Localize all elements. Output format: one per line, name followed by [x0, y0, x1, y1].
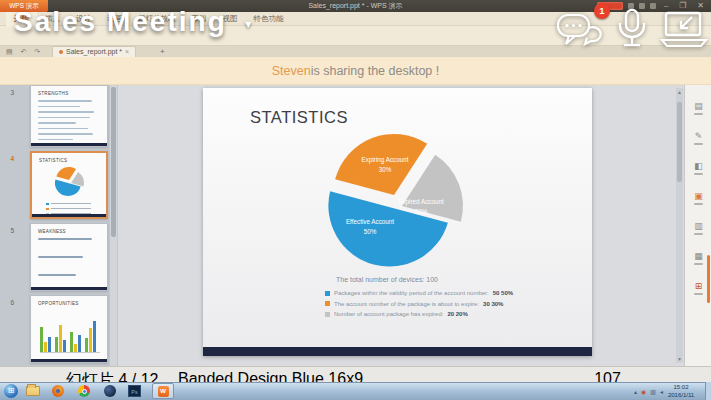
legend-row: The account number of the package is abo… [325, 299, 513, 310]
legend-text: The account number of the package is abo… [334, 301, 479, 307]
legend-swatch [325, 291, 330, 296]
sidebar-animation-button[interactable]: ▣ [685, 183, 711, 213]
microphone-icon [617, 8, 647, 50]
thumbnail-title: WEAKNESS [38, 229, 66, 234]
share-screen-icon [660, 10, 708, 48]
thumbnail-number: 5 [2, 227, 14, 234]
sharing-banner: Steven is sharing the desktop ! [0, 57, 711, 85]
chevron-down-icon[interactable]: ▼ [243, 18, 256, 30]
legend-value: 20 20% [447, 311, 467, 317]
thumbnail-title: STATISTICS [39, 158, 67, 163]
notification-badge: 1 [594, 3, 610, 19]
show-desktop-button[interactable] [705, 382, 711, 400]
panel-scrollbar[interactable] [110, 85, 117, 366]
start-button[interactable]: ⊞ [4, 384, 18, 398]
meeting-title: Sales Meeting [14, 6, 227, 38]
legend-swatch [325, 301, 330, 306]
legend-value: 50 50% [493, 290, 513, 296]
shared-desktop-screen: Sales_report.ppt * - WPS 演示 WPS 演示 – ❐ ✕… [0, 0, 711, 400]
thumbnail-title: STRENGTHS [38, 91, 68, 96]
right-sidebar: ▤ ✎ ◧ ▣ ▥ ▦ ⊞ [684, 85, 711, 366]
system-tray[interactable]: ▴ ◉ ▥ ◂ [634, 384, 663, 398]
slide-bottom-band [203, 347, 592, 356]
unsaved-dot [59, 50, 63, 54]
slide-title: STATISTICS [250, 108, 348, 127]
legend-row: Number of account package has expired:20… [325, 309, 513, 320]
slide-thumbnail-strengths[interactable]: STRENGTHS [30, 85, 108, 147]
slide: STATISTICS Expiring Account30%Expired Ac… [203, 88, 592, 356]
pie-slice-expiring-account [56, 167, 76, 180]
thumbnail-number: 3 [2, 89, 14, 96]
quick-access-icons[interactable]: ▤ ↶ ↷ [6, 46, 43, 57]
slide-thumbnail-opportunities[interactable]: OPPORTUNITIES [30, 295, 108, 363]
network-icon[interactable]: ▥ [650, 388, 656, 395]
thumbnail-pie-chart [49, 166, 89, 200]
legend-swatch [325, 312, 330, 317]
sidebar-active-indicator [707, 255, 710, 303]
slide-thumbnail-statistics[interactable]: STATISTICS [30, 151, 108, 219]
legend-text: Packages within the validity period of t… [334, 290, 489, 296]
sharer-name: Steven [272, 64, 311, 78]
tray-expand-icon[interactable]: ▴ [634, 388, 637, 395]
sidebar-layout-button[interactable]: ◧ [685, 153, 711, 183]
photoshop-taskbar-icon[interactable]: Ps [128, 384, 141, 398]
thumbnail-bar-chart [40, 313, 100, 353]
firefox-taskbar-icon[interactable] [52, 384, 64, 398]
explorer-taskbar-icon[interactable] [26, 384, 40, 398]
pie-slice-expired-account [71, 172, 84, 186]
skin-icon[interactable] [650, 3, 656, 9]
legend-value: 30 30% [483, 301, 503, 307]
share-screen-button[interactable] [660, 10, 708, 52]
meeting-title-overlay: Sales Meeting ▼ [14, 6, 256, 38]
clock-time: 15:02 [660, 383, 702, 391]
tray-app-icon[interactable]: ◉ [641, 388, 646, 395]
legend-text: Number of account package has expired: [334, 311, 443, 317]
canvas-scrollbar[interactable]: ▲ ▼ [676, 88, 683, 363]
microphone-button[interactable] [617, 8, 647, 54]
thumbnail-number: 4 [2, 155, 14, 162]
wps-taskbar-icon-active[interactable]: W [152, 383, 174, 399]
pie-slice-expiring-account [335, 134, 427, 195]
document-tab[interactable]: Sales_report.ppt * × [52, 46, 136, 57]
document-tab-label: Sales_report.ppt * [66, 47, 122, 57]
chat-button[interactable] [556, 12, 602, 52]
taskbar-clock[interactable]: 15:02 2016/1/11 [660, 383, 702, 399]
new-tab-button[interactable]: + [160, 46, 165, 57]
chart-legend: Packages within the validity period of t… [325, 288, 513, 320]
browser-taskbar-icon[interactable] [104, 384, 116, 398]
chrome-taskbar-icon[interactable] [78, 384, 90, 398]
total-devices-line: The total number of devices: 100 [336, 276, 438, 283]
tab-close-icon[interactable]: × [125, 47, 129, 57]
thumbnail-number: 6 [2, 299, 14, 306]
slide-thumbnail-panel: 3STRENGTHS4STATISTICS5WEAKNESS6OPPORTUNI… [0, 85, 118, 366]
slide-thumbnail-weakness[interactable]: WEAKNESS [30, 223, 108, 291]
legend-row: Packages within the validity period of t… [325, 288, 513, 299]
thumbnail-title: OPPORTUNITIES [38, 301, 79, 306]
sidebar-edit-button[interactable]: ✎ [685, 123, 711, 153]
pie-chart[interactable]: Expiring Account30%Expired Account20%Eff… [308, 126, 478, 286]
banner-text: is sharing the desktop ! [311, 64, 440, 78]
sidebar-properties-button[interactable]: ▤ [685, 93, 711, 123]
chat-bubble-icon [556, 12, 602, 48]
sidebar-notes-button[interactable]: ▥ [685, 213, 711, 243]
clock-date: 2016/1/11 [660, 391, 702, 399]
